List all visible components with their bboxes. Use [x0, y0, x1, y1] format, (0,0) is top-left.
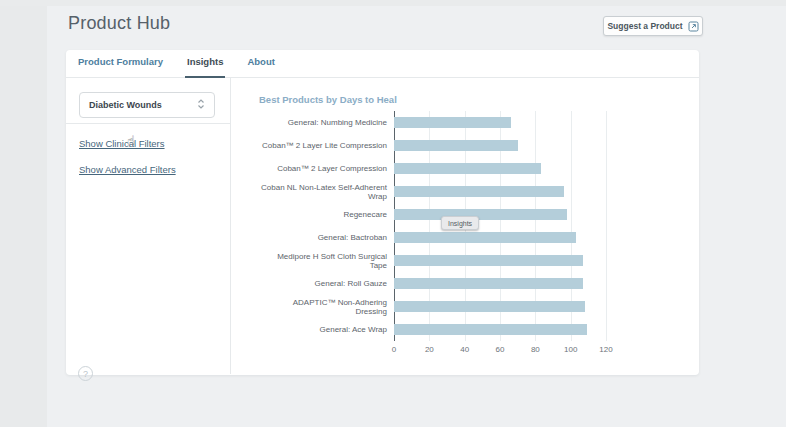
bar-track	[394, 111, 606, 134]
category-label: Coban™ 2 Layer Lite Compression	[259, 134, 394, 157]
bar[interactable]	[394, 117, 511, 128]
x-tick-label: 80	[531, 345, 540, 354]
x-tick-label: 100	[564, 345, 577, 354]
help-icon[interactable]: ?	[78, 366, 93, 381]
x-tick-label: 120	[599, 345, 612, 354]
card-content: Diabetic Wounds Show Clinical Filters Sh…	[66, 78, 699, 374]
page-left-gutter	[0, 0, 47, 427]
chart-row: General: Numbing Medicine	[259, 111, 619, 134]
category-label: Coban™ 2 Layer Compression	[259, 157, 394, 180]
bar-track	[394, 134, 606, 157]
bar-chart: General: Numbing MedicineCoban™ 2 Layer …	[259, 111, 619, 355]
bar[interactable]	[394, 232, 576, 243]
chart-row: Coban NL Non-Latex Self-Adherent Wrap	[259, 180, 619, 203]
sidebar-divider	[66, 123, 230, 124]
category-label: Coban NL Non-Latex Self-Adherent Wrap	[259, 180, 394, 203]
x-tick-label: 60	[496, 345, 505, 354]
x-tick-label: 20	[425, 345, 434, 354]
bar[interactable]	[394, 186, 564, 197]
bar-track	[394, 180, 606, 203]
bar-track	[394, 203, 606, 226]
external-link-icon	[688, 21, 699, 32]
chart-row: ADAPTIC™ Non-Adhering Dressing	[259, 295, 619, 318]
category-label: Medipore H Soft Cloth Surgical Tape	[259, 249, 394, 272]
bar[interactable]	[394, 255, 583, 266]
show-clinical-filters-link[interactable]: Show Clinical Filters	[79, 138, 165, 149]
content-card: Product Formulary Insights About Diabeti…	[66, 50, 699, 375]
show-advanced-filters-link[interactable]: Show Advanced Filters	[79, 164, 176, 175]
x-axis: 020406080100120	[394, 341, 606, 355]
page: Product Hub Suggest a Product Product Fo…	[0, 0, 786, 427]
tab-bar: Product Formulary Insights About	[66, 50, 699, 78]
x-tick-label: 0	[392, 345, 396, 354]
bar-track	[394, 249, 606, 272]
category-label: General: Ace Wrap	[259, 318, 394, 341]
chart-row: General: Bactroban	[259, 226, 619, 249]
condition-dropdown-value: Diabetic Wounds	[89, 100, 162, 110]
category-label: General: Bactroban	[259, 226, 394, 249]
category-label: ADAPTIC™ Non-Adhering Dressing	[259, 295, 394, 318]
category-label: Regenecare	[259, 203, 394, 226]
chart-row: Coban™ 2 Layer Compression	[259, 157, 619, 180]
chart-row: Regenecare	[259, 203, 619, 226]
bar-track	[394, 226, 606, 249]
insights-tooltip-label: Insights	[448, 220, 472, 227]
bar[interactable]	[394, 209, 567, 220]
bar-rows: General: Numbing MedicineCoban™ 2 Layer …	[259, 111, 619, 341]
chart-title: Best Products by Days to Heal	[259, 94, 699, 105]
bar[interactable]	[394, 324, 587, 335]
bar-track	[394, 295, 606, 318]
category-label: General: Roll Gauze	[259, 272, 394, 295]
page-title: Product Hub	[68, 13, 170, 34]
suggest-product-button[interactable]: Suggest a Product	[603, 16, 703, 36]
chart-row: Coban™ 2 Layer Lite Compression	[259, 134, 619, 157]
bar[interactable]	[394, 140, 518, 151]
page-top-edge	[0, 0, 786, 6]
insights-tooltip: Insights	[441, 216, 479, 230]
category-label: General: Numbing Medicine	[259, 111, 394, 134]
bar[interactable]	[394, 163, 541, 174]
sidebar: Diabetic Wounds Show Clinical Filters Sh…	[66, 78, 230, 374]
condition-dropdown[interactable]: Diabetic Wounds	[79, 92, 215, 118]
chart-row: General: Ace Wrap	[259, 318, 619, 341]
suggest-product-label: Suggest a Product	[607, 21, 682, 31]
bar-track	[394, 157, 606, 180]
tab-insights[interactable]: Insights	[185, 50, 225, 78]
chart-row: General: Roll Gauze	[259, 272, 619, 295]
dropdown-caret-icon	[197, 96, 205, 114]
tab-about[interactable]: About	[245, 50, 276, 78]
bar-track	[394, 272, 606, 295]
x-tick-label: 40	[460, 345, 469, 354]
tab-product-formulary[interactable]: Product Formulary	[76, 50, 165, 78]
bar-track	[394, 318, 606, 341]
bar[interactable]	[394, 278, 583, 289]
bar[interactable]	[394, 301, 585, 312]
chart-row: Medipore H Soft Cloth Surgical Tape	[259, 249, 619, 272]
